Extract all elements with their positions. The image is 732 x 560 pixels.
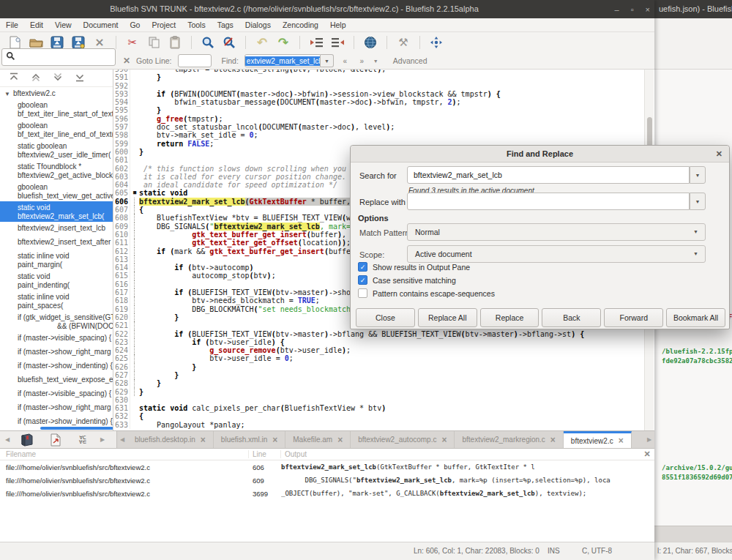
menu-file[interactable]: File — [6, 20, 18, 29]
output-result-row[interactable]: file:///home/olivier/svnbluefish/src/bft… — [0, 460, 654, 474]
filebrowser-doc-icon[interactable] — [42, 432, 67, 448]
replace-all-button[interactable]: Replace All — [418, 308, 477, 327]
function-list-item[interactable]: bftextview2_insert_text_after — [0, 236, 113, 250]
titlebar[interactable]: Bluefish SVN TRUNK - bftextview2.c (/hom… — [0, 0, 654, 18]
save-as-icon[interactable] — [71, 35, 86, 50]
panel-tabs-right-arrow-icon[interactable]: ▶ — [98, 436, 107, 443]
menu-view[interactable]: View — [55, 20, 72, 29]
close-output-pane-icon[interactable]: ✕ — [640, 449, 654, 459]
tab-close-icon[interactable]: × — [201, 435, 206, 445]
find-previous-button[interactable]: « — [340, 56, 351, 67]
next-function-icon[interactable] — [53, 72, 63, 85]
close-button[interactable]: × — [646, 5, 650, 14]
find-history-dropdown[interactable]: ▼ — [321, 54, 334, 67]
replace-button[interactable]: Replace — [480, 308, 539, 327]
panel-tabs-left-arrow-icon[interactable]: ◀ — [3, 436, 12, 443]
dialog-close-icon[interactable]: ✕ — [716, 146, 722, 163]
match-pattern-select[interactable]: Normal▼ — [407, 223, 706, 241]
function-list-item[interactable]: bluefish_text_view_expose_ev — [0, 373, 113, 387]
replace-history-dropdown[interactable]: ▼ — [690, 193, 706, 210]
menu-zencoding[interactable]: Zencoding — [283, 20, 318, 29]
tab-bluefish.desktop.in[interactable]: bluefish.desktop.in× — [127, 431, 214, 448]
replace-with-input[interactable] — [407, 193, 690, 210]
search-history-dropdown[interactable]: ▼ — [690, 166, 706, 184]
find-options-dropdown[interactable]: ▼ — [373, 59, 378, 64]
menu-go[interactable]: Go — [130, 20, 140, 29]
tab-bluefish.xml.in[interactable]: bluefish.xml.in× — [214, 431, 285, 448]
output-result-row[interactable]: file:///home/olivier/svnbluefish/src/bft… — [0, 487, 654, 500]
menu-help[interactable]: Help — [330, 20, 346, 29]
checkbox-pattern-contains-escape-sequences[interactable]: Pattern contains escape-sequences — [358, 288, 495, 298]
menu-tags[interactable]: Tags — [217, 20, 234, 29]
function-list-item[interactable]: static voidpaint_indenting( — [0, 270, 113, 291]
function-list-item[interactable]: if (master->show_right_marg — [0, 346, 113, 359]
tab-Makefile.am[interactable]: Makefile.am× — [285, 431, 351, 448]
menu-tools[interactable]: Tools — [187, 20, 206, 29]
function-list-item[interactable]: static gbooleanbftextview2_user_idle_tim… — [0, 140, 113, 160]
last-function-icon[interactable] — [75, 72, 85, 85]
undo-icon[interactable]: ↶ — [255, 35, 269, 50]
function-list-item[interactable]: if (master->visible_spacing) { — [0, 332, 113, 346]
checkbox-box[interactable] — [358, 288, 367, 298]
tree-root-item[interactable]: ▼bftextview2.c — [0, 87, 113, 99]
function-list-item[interactable]: static inline voidpaint_margin( — [0, 250, 113, 270]
function-list-item[interactable]: gbooleanbf_text_iter_line_start_of_text — [0, 99, 113, 119]
bookmarks-book-icon[interactable] — [15, 432, 40, 448]
tab-bftextview2.c[interactable]: bftextview2.c× — [564, 431, 632, 448]
tab-bftextview2_markregion.c[interactable]: bftextview2_markregion.c× — [455, 431, 563, 448]
function-list-item[interactable]: if (master->visible_spacing) { — [0, 387, 113, 401]
first-function-icon[interactable] — [9, 72, 19, 85]
redo-icon[interactable]: ↷ — [276, 35, 291, 50]
paste-icon[interactable] — [168, 35, 182, 50]
save-icon[interactable] — [50, 35, 64, 50]
goto-line-input[interactable] — [178, 54, 212, 67]
previous-function-icon[interactable] — [31, 72, 41, 85]
preview-browser-icon[interactable] — [363, 35, 378, 50]
checkbox-show-results-in-output-pane[interactable]: ✓Show results in Output Pane — [358, 262, 470, 272]
cut-icon[interactable]: ✂ — [125, 35, 140, 50]
checkbox-case-sensitive-matching[interactable]: ✓Case sensitive matching — [358, 275, 456, 285]
copy-icon[interactable] — [146, 35, 161, 50]
chevron-down-icon[interactable]: ▼ — [4, 91, 10, 97]
find-replace-icon[interactable] — [222, 35, 236, 50]
checkbox-box[interactable]: ✓ — [358, 262, 367, 272]
menu-edit[interactable]: Edit — [30, 20, 43, 29]
find-icon[interactable] — [201, 35, 215, 50]
tab-close-icon[interactable]: × — [619, 436, 624, 446]
charmap-icon[interactable]: ∀C∀∈ — [70, 432, 95, 448]
back-button[interactable]: Back — [542, 308, 601, 327]
function-list-item[interactable]: gbooleanbf_text_iter_line_end_of_text( — [0, 119, 113, 140]
tab-close-icon[interactable]: × — [550, 435, 556, 445]
bookmark-all-button[interactable]: Bookmark All — [666, 308, 725, 327]
preferences-icon[interactable]: ⚒ — [396, 35, 411, 50]
unindent-icon[interactable] — [309, 35, 324, 50]
close-button[interactable]: Close — [356, 308, 415, 327]
zencoding-icon[interactable] — [429, 35, 444, 50]
function-list-item[interactable]: if (master->show_right_marg — [0, 401, 113, 415]
tab-close-icon[interactable]: × — [337, 435, 343, 445]
forward-button[interactable]: Forward — [604, 308, 663, 327]
maximize-button[interactable]: ▫ — [631, 5, 634, 14]
dialog-titlebar[interactable]: Find and Replace ✕ — [351, 146, 729, 163]
function-list-item[interactable]: static Tfoundblock *bftextview2_get_acti… — [0, 160, 113, 181]
close-findbar-icon[interactable]: ✕ — [123, 56, 130, 66]
function-list-item[interactable]: gbooleanbluefish_text_view_get_active — [0, 181, 113, 201]
menu-project[interactable]: Project — [152, 20, 176, 29]
sidebar-horizontal-scrollbar[interactable] — [40, 427, 113, 430]
search-for-input[interactable]: bftextview2_mark_set_lcb — [407, 166, 690, 184]
output-result-row[interactable]: file:///home/olivier/svnbluefish/src/bft… — [0, 474, 654, 487]
tab-close-icon[interactable]: × — [441, 435, 447, 445]
find-next-button[interactable]: » — [356, 56, 367, 67]
function-list-item[interactable]: if (master->show_indenting) { — [0, 359, 113, 373]
function-list-item[interactable]: if (gtk_widget_is_sensitive(GT&& (BFWIN(… — [0, 311, 113, 332]
tabs-scroll-left-icon[interactable]: ◀ — [117, 431, 127, 448]
open-icon[interactable] — [29, 35, 43, 50]
minimize-button[interactable]: – — [615, 5, 619, 14]
tab-bftextview2_autocomp.c[interactable]: bftextview2_autocomp.c× — [351, 431, 455, 448]
tabs-scroll-right-icon[interactable]: ▶ — [644, 431, 654, 448]
close-document-icon[interactable]: × — [92, 35, 107, 50]
advanced-link[interactable]: Advanced — [393, 56, 427, 65]
new-document-icon[interactable] — [7, 35, 22, 50]
menu-dialogs[interactable]: Dialogs — [245, 20, 271, 29]
sidebar-filter-input[interactable] — [1, 48, 116, 66]
